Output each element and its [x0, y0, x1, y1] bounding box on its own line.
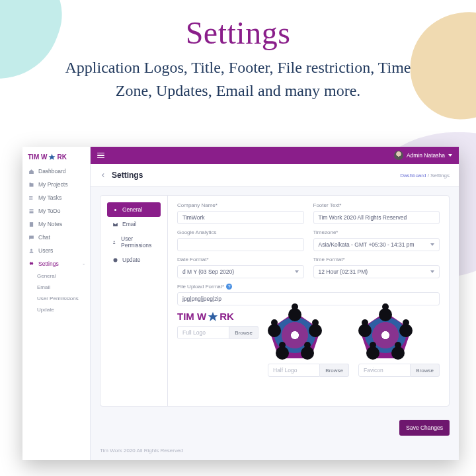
sidebar-item-tasks[interactable]: My Tasks: [22, 191, 90, 204]
breadcrumb-root[interactable]: Dashboard: [400, 173, 426, 178]
svg-marker-3: [208, 311, 218, 321]
date-format-select[interactable]: d M Y (03 Sep 2020): [177, 265, 304, 278]
tab-general[interactable]: General: [107, 202, 161, 217]
save-changes-button[interactable]: Save Changes: [399, 420, 450, 436]
full-logo-preview: TIM W RK: [177, 311, 258, 322]
app-window: TIM W RK Dashboard My Projects My Tasks …: [22, 147, 459, 460]
time-format-select[interactable]: 12 Hour (02:31 PM): [313, 265, 440, 278]
sidebar-subnav: General Email User Permissions Update: [22, 270, 90, 315]
sidebar-item-chat[interactable]: Chat: [22, 231, 90, 244]
subnav-email[interactable]: Email: [37, 282, 90, 293]
page-header: Settings Dashboard / Settings: [91, 164, 459, 187]
breadcrumb-current: Settings: [430, 173, 450, 178]
tab-permissions[interactable]: User Permissions: [107, 231, 161, 253]
breadcrumb: Dashboard / Settings: [400, 173, 450, 178]
back-arrow-icon[interactable]: [100, 172, 106, 178]
brand-post: RK: [57, 153, 66, 161]
timezone-select[interactable]: Asia/Kolkata - GMT +05:30 - 14:31 pm: [313, 238, 440, 251]
topbar: Admin Natasha: [91, 147, 459, 164]
star-icon: [208, 311, 218, 322]
footer-label: Footer Text*: [313, 202, 440, 208]
brand-logo: TIM W RK: [22, 151, 90, 165]
half-logo-browse-button[interactable]: Browse: [320, 364, 349, 377]
sidebar-nav: Dashboard My Projects My Tasks My ToDo M…: [22, 165, 90, 270]
footer-text: Tim Work 2020 All Rights Reserved: [91, 441, 459, 460]
full-logo-browse-button[interactable]: Browse: [229, 326, 258, 339]
subnav-update[interactable]: Update: [37, 304, 90, 315]
subnav-permissions[interactable]: User Permissions: [37, 293, 90, 304]
chevron-down-icon: [448, 154, 452, 157]
star-icon: [48, 153, 56, 161]
half-logo-preview: [268, 311, 322, 360]
company-name-input[interactable]: TimWork: [177, 211, 304, 224]
svg-marker-0: [49, 153, 56, 160]
settings-tabs: General Email User Permissions Update: [100, 196, 168, 406]
subnav-general[interactable]: General: [37, 270, 90, 282]
settings-form: Company Name* TimWork Footer Text* Tim W…: [168, 196, 449, 406]
footer-text-input[interactable]: Tim Work 2020 All Rights Reserved: [313, 211, 440, 224]
tz-label: Timezone*: [313, 229, 440, 235]
company-label: Company Name*: [177, 202, 304, 208]
half-logo-input[interactable]: Half Logo: [268, 364, 320, 377]
info-icon[interactable]: ?: [226, 284, 232, 290]
hero-title: Settings: [26, 15, 450, 51]
hamburger-icon[interactable]: [97, 153, 104, 159]
sidebar-item-notes[interactable]: My Notes: [22, 218, 90, 231]
sidebar-item-users[interactable]: Users: [22, 244, 90, 257]
tab-update[interactable]: Update: [107, 253, 161, 267]
favicon-preview: [358, 311, 413, 360]
user-name: Admin Natasha: [407, 152, 445, 159]
marketing-hero: Settings Application Logos, Title, Foote…: [0, 0, 476, 109]
sidebar-item-settings[interactable]: Settings: [22, 257, 90, 270]
brand-pre: TIM W: [28, 153, 47, 161]
sidebar-item-todo[interactable]: My ToDo: [22, 204, 90, 218]
full-logo-input[interactable]: Full Logo: [177, 326, 229, 339]
sidebar-item-projects[interactable]: My Projects: [22, 178, 90, 191]
google-analytics-input[interactable]: [177, 238, 304, 251]
df-label: Date Format*: [177, 257, 304, 262]
user-menu[interactable]: Admin Natasha: [394, 151, 452, 160]
favicon-input[interactable]: Favicon: [358, 364, 411, 377]
tab-email[interactable]: Email: [107, 217, 161, 231]
hero-subtitle: Application Logos, Title, Footer, File r…: [46, 56, 430, 102]
tf-label: Time Format*: [313, 257, 440, 262]
chevron-down-icon: [430, 243, 434, 246]
ga-label: Google Analytics: [177, 229, 304, 235]
fu-label: File Upload Format*?: [177, 284, 440, 290]
favicon-browse-button[interactable]: Browse: [411, 364, 440, 377]
svg-point-2: [114, 241, 115, 242]
file-upload-format-input[interactable]: jpg|png|jpeg|zip: [177, 292, 440, 305]
svg-point-1: [30, 249, 32, 251]
sidebar-item-dashboard[interactable]: Dashboard: [22, 165, 90, 178]
chevron-down-icon: [295, 270, 299, 273]
avatar: [394, 151, 403, 160]
chevron-down-icon: [430, 270, 434, 273]
page-title: Settings: [100, 171, 143, 180]
sidebar: TIM W RK Dashboard My Projects My Tasks …: [22, 147, 91, 460]
